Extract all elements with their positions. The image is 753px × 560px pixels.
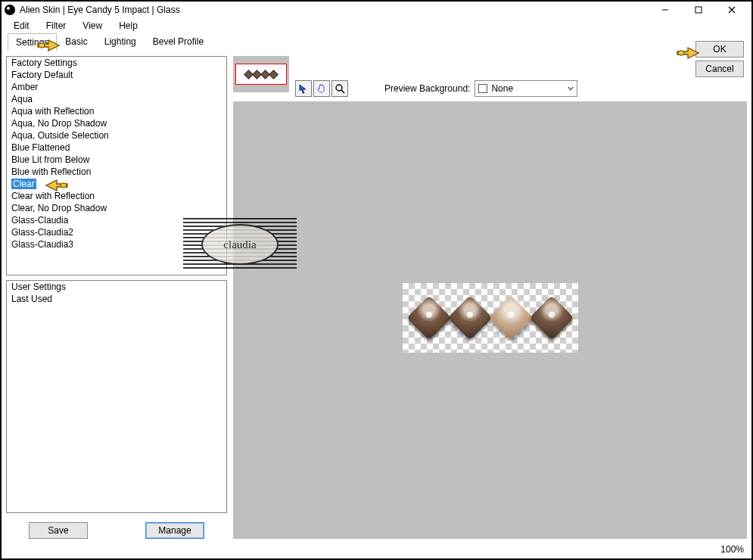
list-item[interactable]: Glass-Claudia3	[7, 238, 226, 250]
content-area: Factory Settings Factory Default Amber A…	[6, 56, 747, 539]
chevron-down-icon	[568, 83, 574, 94]
list-item[interactable]: Aqua, Outside Selection	[7, 129, 226, 142]
list-item[interactable]: Clear, No Drop Shadow	[7, 202, 226, 214]
svg-point-3	[61, 183, 67, 188]
settings-buttons: Save Manage	[6, 518, 227, 539]
tab-settings[interactable]: Settings	[8, 33, 57, 51]
tab-strip: Settings Basic Lighting Bevel Profile	[2, 33, 751, 50]
list-item[interactable]: Blue Lit from Below	[7, 154, 226, 166]
list-item[interactable]: Aqua with Reflection	[7, 105, 226, 117]
menu-view[interactable]: View	[75, 19, 110, 33]
menu-help[interactable]: Help	[111, 19, 145, 33]
menu-edit[interactable]: Edit	[6, 19, 37, 33]
cancel-button[interactable]: Cancel	[695, 61, 744, 77]
svg-rect-0	[695, 7, 702, 13]
list-item[interactable]: Last Used	[7, 293, 226, 305]
settings-panel: Factory Settings Factory Default Amber A…	[6, 56, 227, 539]
maximize-button[interactable]	[682, 2, 715, 17]
tab-basic[interactable]: Basic	[57, 33, 95, 50]
preview-canvas[interactable]	[233, 101, 747, 539]
list-item[interactable]: Aqua, No Drop Shadow	[7, 117, 226, 129]
zoom-tool-icon[interactable]	[331, 80, 348, 97]
user-settings-list[interactable]: User Settings Last Used	[6, 280, 227, 513]
dialog-buttons: OK Cancel	[695, 41, 744, 77]
preset-thumbnail[interactable]	[235, 64, 287, 85]
close-button[interactable]	[715, 2, 748, 17]
svg-point-2	[678, 51, 684, 55]
combo-value: None	[491, 83, 513, 94]
preview-object	[447, 295, 492, 340]
svg-point-4	[336, 85, 342, 91]
list-item[interactable]: Aqua	[7, 93, 226, 105]
list-item[interactable]: Clear with Reflection	[7, 190, 226, 202]
save-button[interactable]: Save	[29, 522, 88, 539]
preset-thumbnail-strip	[233, 56, 289, 92]
combo-swatch	[478, 84, 487, 93]
title-bar: Alien Skin | Eye Candy 5 Impact | Glass	[2, 2, 751, 18]
manage-button[interactable]: Manage	[145, 522, 204, 539]
list-item[interactable]: Blue Flattened	[7, 142, 226, 154]
list-item[interactable]: Glass-Claudia2	[7, 226, 226, 238]
factory-settings-list[interactable]: Factory Settings Factory Default Amber A…	[6, 56, 227, 275]
tab-lighting[interactable]: Lighting	[96, 33, 145, 50]
factory-list-header: Factory Settings	[7, 57, 226, 69]
minimize-button[interactable]	[649, 2, 682, 17]
zoom-level: 100%	[720, 544, 744, 555]
list-item-selected[interactable]: Clear	[7, 178, 226, 190]
ok-button[interactable]: OK	[695, 41, 744, 58]
status-bar: 100%	[720, 542, 744, 557]
preview-object	[529, 295, 574, 340]
preview-background-control: Preview Background: None	[384, 80, 577, 97]
preview-object	[488, 295, 533, 340]
hand-tool-icon[interactable]	[313, 80, 330, 97]
tab-bevel-profile[interactable]: Bevel Profile	[145, 33, 212, 50]
list-item[interactable]: Amber	[7, 81, 226, 93]
preview-background-combo[interactable]: None	[475, 80, 577, 97]
menu-filter[interactable]: Filter	[39, 19, 74, 33]
app-icon	[5, 5, 15, 15]
list-item[interactable]: User Settings	[7, 281, 226, 293]
preview-tools	[295, 80, 348, 97]
preview-object	[406, 295, 451, 340]
list-item[interactable]: Blue with Reflection	[7, 166, 226, 178]
preview-panel: Preview Background: None	[233, 56, 747, 539]
list-item[interactable]: Glass-Claudia	[7, 214, 226, 226]
preview-image	[403, 283, 578, 353]
menu-bar: Edit Filter View Help	[2, 18, 751, 33]
window-title: Alien Skin | Eye Candy 5 Impact | Glass	[20, 5, 649, 15]
list-item[interactable]: Factory Default	[7, 69, 226, 81]
preview-background-label: Preview Background:	[384, 83, 470, 94]
pointer-tool-icon[interactable]	[295, 80, 312, 97]
